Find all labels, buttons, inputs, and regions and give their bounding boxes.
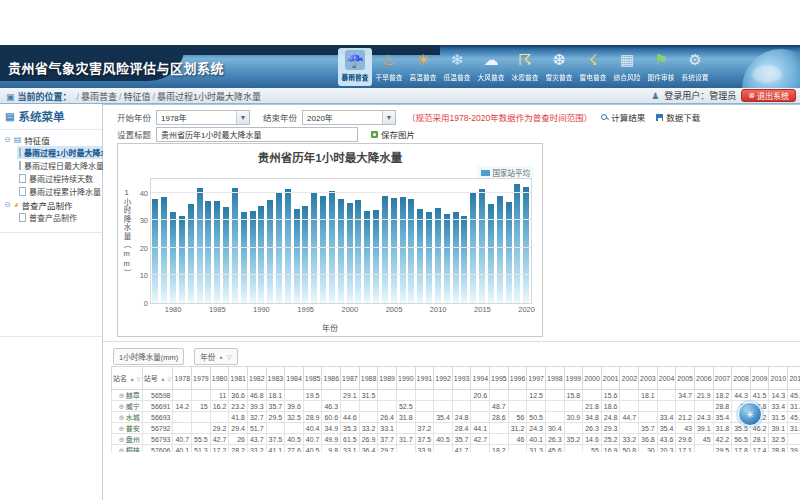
col-header-1983[interactable]: 1983 [266,367,285,390]
col-header-2007[interactable]: 2007 [713,367,732,390]
nav-item-暴雨普查[interactable]: ☔暴雨普查 [338,48,372,86]
nav-item-低温普查[interactable]: ❄低温普查 [440,48,474,86]
sidebar-item-暴雨过程日最大降水量[interactable]: 暴雨过程日最大降水量 [17,159,102,172]
station-name-cell[interactable]: ⊕赫章 [112,390,143,401]
expand-icon[interactable]: ⊕ [119,392,125,399]
bar-1991[interactable] [267,200,273,303]
bar-2007[interactable] [408,199,414,303]
col-header-1984[interactable]: 1984 [285,367,304,390]
bar-2009[interactable] [426,212,432,303]
col-header-2002[interactable]: 2002 [620,367,639,390]
sidebar-item-暴雨过程1小时最大降水量[interactable]: 暴雨过程1小时最大降水量 [17,146,102,159]
bar-1978[interactable] [152,199,158,303]
col-header-1990[interactable]: 1990 [396,367,415,390]
col-header-1978[interactable]: 1978 [173,367,192,390]
breadcrumb-item[interactable]: 暴雨普查 [81,92,117,102]
tree-collapse-icon[interactable]: ⊖ [4,200,11,209]
bar-2017[interactable] [497,196,503,303]
station-name-cell[interactable]: ⊕桐梓 [112,445,143,453]
chart-title-input[interactable]: 贵州省历年1小时最大降水量 [156,127,358,142]
bar-1994[interactable] [294,209,300,303]
bar-1997[interactable] [320,196,326,303]
bar-2012[interactable] [453,212,459,303]
col-header-2000[interactable]: 2000 [583,367,602,390]
nav-item-综合风险[interactable]: ▦综合风险 [610,48,644,86]
expand-icon[interactable]: ⊕ [119,414,125,421]
col-header-1998[interactable]: 1998 [545,367,564,390]
station-name-cell[interactable]: ⊕威宁 [112,401,143,412]
nav-item-大风普查[interactable]: ☁大风普查 [474,48,508,86]
expand-icon[interactable]: ⊕ [119,403,125,410]
col-header-1992[interactable]: 1992 [434,367,453,390]
nav-item-图件审核[interactable]: ⚑图件审核 [644,48,678,86]
col-header-2003[interactable]: 2003 [639,367,658,390]
bar-2004[interactable] [382,196,388,303]
bar-1984[interactable] [205,201,211,303]
chevron-down-icon[interactable]: ▼ [382,111,395,124]
start-year-select[interactable]: 1978年 ▼ [156,110,250,125]
nav-item-雪灾普查[interactable]: ❆雪灾普查 [542,48,576,86]
col-header-1982[interactable]: 1982 [247,367,266,390]
col-header-1986[interactable]: 1986 [322,367,341,390]
bar-1980[interactable] [170,212,176,303]
bar-2018[interactable] [506,202,512,303]
nav-item-雷电普查[interactable]: ☇雷电普查 [576,48,610,86]
bar-1986[interactable] [223,207,229,303]
col-header-1997[interactable]: 1997 [527,367,546,390]
bar-2003[interactable] [373,210,379,303]
col-header-2006[interactable]: 2006 [694,367,713,390]
col-header-2004[interactable]: 2004 [657,367,676,390]
bar-1996[interactable] [311,193,317,303]
bar-2000[interactable] [347,203,353,303]
bar-1987[interactable] [232,188,238,303]
bar-1993[interactable] [285,189,291,303]
col-header-1988[interactable]: 1988 [359,367,378,390]
nav-item-干旱普查[interactable]: ♨干旱普查 [372,48,406,86]
station-data-table-wrap[interactable]: 站名 ▲ ▽站号 ▲ ▽1978197919801981198219831984… [111,366,800,452]
sort-icon[interactable]: ▲ [218,354,223,360]
expand-icon[interactable]: ⊕ [119,436,125,443]
nav-item-高温普查[interactable]: ☀高温普查 [406,48,440,86]
col-header-1999[interactable]: 1999 [564,367,583,390]
col-header-1989[interactable]: 1989 [378,367,397,390]
col-header-station[interactable]: 站名 ▲ ▽ [112,367,143,390]
col-header-1985[interactable]: 1985 [303,367,322,390]
sidebar-item-暴雨过程持续天数[interactable]: 暴雨过程持续天数 [17,172,102,185]
measure-chip[interactable]: 1小时降水量(mm) [113,348,184,365]
breadcrumb-item[interactable]: 暴雨过程1小时最大降水量 [157,92,261,102]
bar-2014[interactable] [470,193,476,303]
bar-1995[interactable] [302,206,308,303]
bar-2005[interactable] [391,198,397,303]
col-header-2009[interactable]: 2009 [750,367,769,390]
bar-2006[interactable] [400,197,406,303]
station-name-cell[interactable]: ⊕盘州 [112,434,143,445]
col-header-1994[interactable]: 1994 [471,367,490,390]
floating-widget-button[interactable]: ✳ [736,400,764,428]
expand-icon[interactable]: ⊕ [119,425,125,432]
sidebar-item-普查产品制作[interactable]: 普查产品制作 [17,211,102,224]
bar-1985[interactable] [214,201,220,303]
col-header-1993[interactable]: 1993 [452,367,471,390]
bar-1988[interactable] [241,212,247,303]
col-header-1991[interactable]: 1991 [415,367,434,390]
logout-button[interactable]: ⊗ 退出系统 [741,89,796,102]
bar-1979[interactable] [161,197,167,303]
sort-filter-icons[interactable]: ▲ ▽ [159,376,172,382]
sidebar-item-暴雨过程累计降水量[interactable]: 暴雨过程累计降水量 [17,185,102,198]
col-header-2005[interactable]: 2005 [676,367,695,390]
bar-2001[interactable] [355,200,361,303]
col-header-1979[interactable]: 1979 [192,367,211,390]
col-header-1980[interactable]: 1980 [210,367,229,390]
col-header-1996[interactable]: 1996 [508,367,527,390]
breadcrumb-item[interactable]: 特征值 [124,92,151,102]
end-year-select[interactable]: 2020年 ▼ [302,110,396,125]
bar-1990[interactable] [258,206,264,303]
bar-1999[interactable] [338,199,344,303]
station-name-cell[interactable]: ⊕水城 [112,412,143,423]
save-image-button[interactable]: 保存图片 [371,128,415,140]
col-header-1981[interactable]: 1981 [229,367,248,390]
bar-2002[interactable] [364,211,370,303]
tree-collapse-icon[interactable]: ⊖ [4,135,11,144]
bar-2013[interactable] [461,216,467,303]
col-header-2010[interactable]: 2010 [769,367,788,390]
